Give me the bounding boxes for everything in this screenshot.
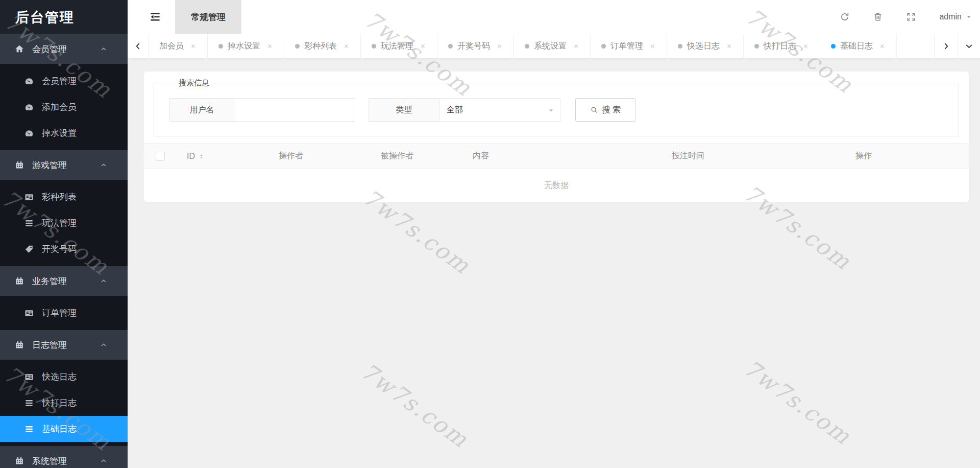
table-empty-state: 无数据 (144, 169, 969, 202)
sidebar-parent-label: 业务管理 (32, 275, 67, 287)
close-icon[interactable] (420, 43, 426, 50)
sidebar-submenu-group: 会员管理添加会员掉水设置 (0, 64, 128, 150)
close-icon[interactable] (649, 43, 656, 50)
sidebar-parent-系统管理[interactable]: 系统管理 (0, 446, 128, 468)
chevron-up-icon (100, 457, 108, 465)
sidebar-parent-游戏管理[interactable]: 游戏管理 (0, 150, 128, 180)
close-icon[interactable] (496, 43, 503, 50)
sidebar-item-订单管理[interactable]: 订单管理 (0, 300, 128, 326)
page-tab-系统设置[interactable]: 系统设置 (514, 34, 591, 58)
sidebar-parent-业务管理[interactable]: 业务管理 (0, 266, 128, 296)
page-tab-掉水设置[interactable]: 掉水设置 (208, 34, 284, 58)
tab-label: 订单管理 (610, 41, 643, 52)
tab-status-dot (601, 44, 606, 49)
page-tab-快选日志[interactable]: 快选日志 (667, 34, 744, 58)
sidebar-item-快打日志[interactable]: 快打日志 (0, 390, 128, 416)
close-icon[interactable] (266, 43, 273, 50)
sidebar-item-label: 彩种列表 (42, 191, 77, 203)
tab-label: 系统设置 (534, 41, 567, 52)
open-page-tabs: 加会员掉水设置彩种列表玩法管理开奖号码系统设置订单管理快选日志快打日志基础日志 (149, 34, 934, 58)
close-icon[interactable] (573, 43, 579, 50)
search-icon (590, 106, 598, 114)
tabs-scroll-left-button[interactable] (128, 34, 149, 58)
sidebar-item-基础日志[interactable]: 基础日志 (0, 416, 128, 442)
sidebar-item-label: 订单管理 (42, 307, 77, 319)
type-select-value: 全部 (447, 105, 463, 115)
sidebar-item-掉水设置[interactable]: 掉水设置 (0, 120, 128, 146)
table-header-操作者: 操作者 (266, 151, 369, 161)
tab-status-dot (525, 44, 529, 49)
tab-status-dot (754, 44, 759, 49)
content-card: 搜索信息 用户名 类型 全部 (144, 72, 969, 202)
search-button[interactable]: 搜 索 (575, 98, 635, 122)
close-icon[interactable] (726, 43, 732, 50)
chevron-up-icon (100, 161, 108, 169)
admin-user-menu[interactable]: admin (939, 12, 972, 21)
page-tab-基础日志[interactable]: 基础日志 (820, 34, 897, 58)
column-label: 投注时间 (672, 151, 704, 161)
tab-label: 基础日志 (840, 41, 873, 52)
content-area: 搜索信息 用户名 类型 全部 (128, 59, 980, 468)
sidebar-item-label: 快选日志 (42, 371, 77, 383)
close-icon[interactable] (190, 43, 197, 50)
calendar-icon (14, 276, 24, 286)
username-field-group: 用户名 (169, 98, 355, 122)
sort-icon[interactable] (199, 152, 204, 160)
username-label: 用户名 (169, 98, 234, 122)
page-tab-开奖号码[interactable]: 开奖号码 (437, 34, 514, 58)
sidebar-item-添加会员[interactable]: 添加会员 (0, 94, 128, 120)
bars-icon (24, 424, 34, 434)
page-tab-玩法管理[interactable]: 玩法管理 (361, 34, 437, 58)
list-icon (24, 192, 34, 202)
sidebar-item-玩法管理[interactable]: 玩法管理 (0, 210, 128, 236)
select-all-checkbox[interactable] (156, 152, 165, 161)
main-column: 常规管理 admin 加会员掉水设置彩种列表玩法管理开奖号码系统设置订单管理快选… (128, 0, 980, 468)
sidebar-parent-label: 会员管理 (32, 43, 67, 55)
sidebar-parent-label: 日志管理 (32, 339, 67, 351)
sidebar-item-开奖号码[interactable]: 开奖号码 (0, 236, 128, 262)
page-tab-加会员[interactable]: 加会员 (149, 34, 208, 58)
sidebar-item-label: 基础日志 (42, 423, 77, 435)
column-label: 操作 (855, 151, 872, 161)
home-icon (14, 44, 24, 54)
sidebar-parent-会员管理[interactable]: 会员管理 (0, 34, 128, 64)
tabs-scroll-right-button[interactable] (934, 34, 957, 58)
sidebar-parent-日志管理[interactable]: 日志管理 (0, 330, 128, 360)
tab-status-dot (448, 44, 453, 49)
app-logo: 后台管理 (0, 0, 128, 34)
sidebar-item-彩种列表[interactable]: 彩种列表 (0, 184, 128, 210)
chevron-left-icon (134, 42, 142, 51)
type-label: 类型 (369, 98, 439, 122)
sidebar-item-label: 会员管理 (42, 75, 77, 87)
sidebar-menu: 会员管理会员管理添加会员掉水设置游戏管理彩种列表玩法管理开奖号码业务管理订单管理… (0, 34, 128, 468)
topnav-tab-general[interactable]: 常规管理 (175, 0, 241, 34)
bars-icon (24, 398, 34, 408)
tab-label: 掉水设置 (228, 41, 260, 52)
trash-icon[interactable] (873, 12, 883, 22)
column-label: 内容 (473, 151, 489, 161)
page-tab-快打日志[interactable]: 快打日志 (744, 34, 820, 58)
tab-status-dot (372, 44, 376, 49)
fullscreen-icon[interactable] (906, 12, 916, 22)
refresh-icon[interactable] (840, 12, 850, 22)
gauge-icon (24, 128, 34, 138)
sidebar-item-label: 掉水设置 (42, 127, 77, 139)
close-icon[interactable] (879, 43, 886, 50)
sidebar-submenu-group: 彩种列表玩法管理开奖号码 (0, 180, 128, 266)
page-tab-彩种列表[interactable]: 彩种列表 (284, 34, 361, 58)
table-header-内容: 内容 (460, 151, 659, 161)
sidebar-parent-label: 系统管理 (32, 455, 67, 467)
tabs-menu-button[interactable] (957, 34, 980, 58)
sidebar-item-label: 快打日志 (42, 397, 77, 409)
caret-down-icon (548, 107, 554, 114)
type-field-group: 类型 全部 (369, 98, 560, 122)
sidebar-item-会员管理[interactable]: 会员管理 (0, 68, 128, 94)
close-icon[interactable] (343, 43, 350, 50)
username-input[interactable] (234, 98, 355, 122)
collapse-sidebar-icon[interactable] (149, 11, 161, 23)
column-label: 操作者 (279, 151, 303, 161)
sidebar-item-快选日志[interactable]: 快选日志 (0, 364, 128, 390)
page-tab-订单管理[interactable]: 订单管理 (591, 34, 667, 58)
close-icon[interactable] (802, 43, 809, 50)
type-select[interactable]: 全部 (439, 98, 560, 122)
